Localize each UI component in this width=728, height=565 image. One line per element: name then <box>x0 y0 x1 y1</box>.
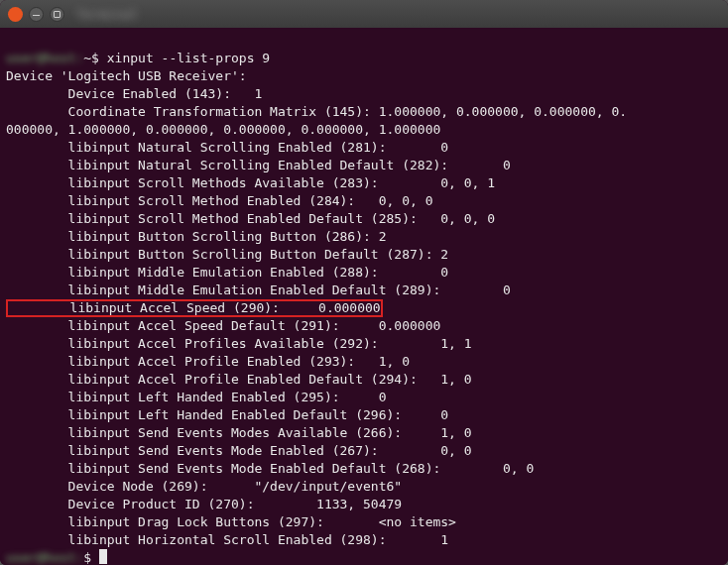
output-line: libinput Accel Speed Default (291): 0.00… <box>6 318 440 333</box>
output-line: libinput Scroll Method Enabled Default (… <box>6 211 495 226</box>
output-line: libinput Accel Profile Enabled Default (… <box>6 372 472 387</box>
output-line: Device Node (269): "/dev/input/event6" <box>6 479 402 494</box>
output-line: libinput Horizontal Scroll Enabled (298)… <box>6 532 448 547</box>
terminal-window: Terminal user@host:~$ xinput --list-prop… <box>0 0 728 565</box>
output-line: libinput Send Events Mode Enabled Defaul… <box>6 461 534 476</box>
maximize-icon[interactable] <box>50 7 64 22</box>
output-line: libinput Button Scrolling Button (286): … <box>6 229 387 244</box>
cursor <box>99 549 107 564</box>
output-line: 000000, 1.000000, 0.000000, 0.000000, 0.… <box>6 122 440 137</box>
prompt-user-host: user@host: <box>6 550 83 565</box>
prompt-user-host: user@host: <box>6 51 83 65</box>
output-line: libinput Scroll Methods Available (283):… <box>6 175 495 190</box>
output-line: libinput Scroll Method Enabled (284): 0,… <box>6 193 432 208</box>
output-line: libinput Button Scrolling Button Default… <box>6 247 448 262</box>
output-line: libinput Left Handed Enabled (295): 0 <box>6 390 387 404</box>
minimize-icon[interactable] <box>29 7 44 22</box>
close-icon[interactable] <box>8 7 23 22</box>
output-line: libinput Middle Emulation Enabled (288):… <box>6 265 448 280</box>
prompt-path: ~$ <box>83 51 106 65</box>
prompt-path: $ <box>83 550 99 565</box>
output-line: Device Product ID (270): 1133, 50479 <box>6 497 402 511</box>
output-line: libinput Send Events Modes Available (26… <box>6 425 472 440</box>
terminal-output[interactable]: user@host:~$ xinput --list-props 9 Devic… <box>0 28 728 565</box>
titlebar[interactable]: Terminal <box>0 0 728 28</box>
output-line: libinput Middle Emulation Enabled Defaul… <box>6 282 511 297</box>
window-title: Terminal <box>76 7 139 22</box>
output-line: libinput Left Handed Enabled Default (29… <box>6 407 448 422</box>
output-line: libinput Accel Profiles Available (292):… <box>6 336 472 351</box>
output-line: libinput Send Events Mode Enabled (267):… <box>6 443 472 458</box>
output-line: libinput Drag Lock Buttons (297): <no it… <box>6 514 456 529</box>
output-line: Coordinate Transformation Matrix (145): … <box>6 104 627 119</box>
output-line: libinput Natural Scrolling Enabled (281)… <box>6 140 448 155</box>
highlighted-line: libinput Accel Speed (290): 0.000000 <box>6 299 383 317</box>
output-line: libinput Accel Profile Enabled (293): 1,… <box>6 354 410 369</box>
command-text: xinput --list-props 9 <box>107 51 270 65</box>
output-line: libinput Natural Scrolling Enabled Defau… <box>6 158 511 172</box>
device-header: Device 'Logitech USB Receiver': <box>6 68 247 83</box>
output-line: Device Enabled (143): 1 <box>6 86 262 101</box>
